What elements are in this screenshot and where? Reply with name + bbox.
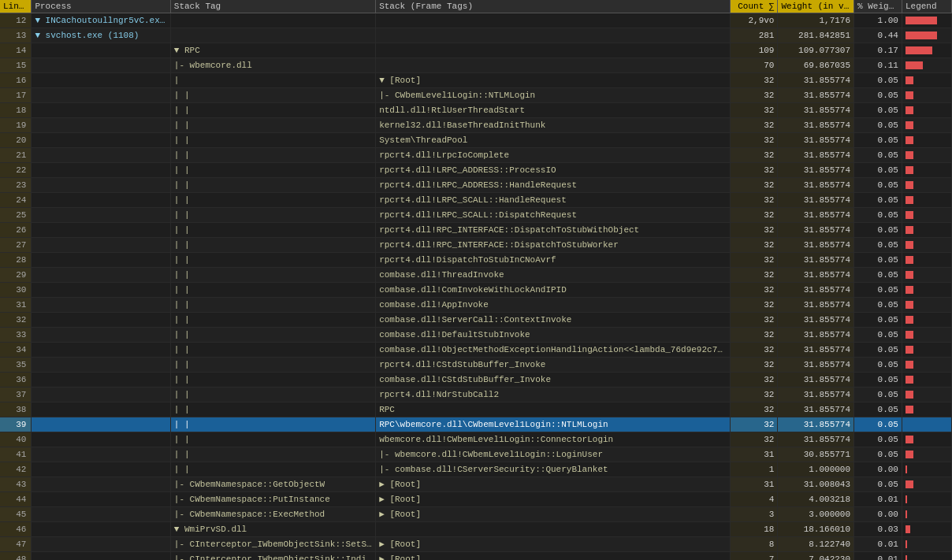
col-header-process[interactable]: Process (32, 0, 170, 13)
cell-frame-tags: ▶ [Root] (376, 507, 730, 522)
cell-weight: 69.867035 (778, 58, 854, 73)
cell-weight: 31.855774 (778, 432, 854, 447)
table-row[interactable]: 45 |- CWbemNamespace::ExecMethod▶ [Root]… (0, 507, 952, 522)
cell-stack-tag: | | (170, 298, 375, 313)
cell-line: 26 (0, 223, 32, 238)
cell-pct-weight: 0.05 (854, 388, 902, 402)
table-row[interactable]: 35 | | rpcrt4.dll!CStdStubBuffer_Invoke3… (0, 358, 952, 373)
table-row[interactable]: 38 | | RPC3231.8557740.05 (0, 402, 952, 417)
table-row[interactable]: 46▼ WmiPrvSD.dll1818.1660100.03 (0, 522, 952, 537)
cell-legend (902, 28, 951, 43)
table-row[interactable]: 18 | | ntdll.dll!RtlUserThreadStart3231.… (0, 103, 952, 118)
table-row[interactable]: 37 | | rpcrt4.dll!NdrStubCall23231.85577… (0, 388, 952, 402)
table-row[interactable]: 41 | | |- wbemcore.dll!CWbemLevel1Login:… (0, 447, 952, 462)
cell-pct-weight: 0.05 (854, 253, 902, 268)
cell-weight: 31.855774 (778, 268, 854, 283)
col-header-legend[interactable]: Legend (902, 0, 951, 13)
cell-frame-tags: rpcrt4.dll!RPC_INTERFACE::DispatchToStub… (376, 223, 730, 238)
cell-weight: 31.855774 (778, 343, 854, 358)
cell-count: 2,9vo (730, 13, 778, 28)
cell-legend (902, 537, 951, 552)
col-header-stack-tag[interactable]: Stack Tag (170, 0, 375, 13)
col-header-count[interactable]: Count ∑ (730, 0, 778, 13)
cell-process (32, 148, 170, 163)
cell-line: 39 (0, 417, 32, 432)
table-row[interactable]: 43 |- CWbemNamespace::GetObjectW▶ [Root]… (0, 477, 952, 492)
table-row[interactable]: 32 | | combase.dll!ServerCall::ContextIn… (0, 313, 952, 328)
cell-count: 1 (730, 462, 778, 477)
cell-process (32, 447, 170, 462)
cell-legend (902, 298, 951, 313)
table-row[interactable]: 33 | | combase.dll!DefaultStubInvoke3231… (0, 328, 952, 343)
table-row[interactable]: 14▼ RPC109109.0773070.17 (0, 43, 952, 58)
cell-pct-weight: 0.05 (854, 432, 902, 447)
table-row[interactable]: 48 |- CInterceptor_IWbemObjectSink::Indi… (0, 552, 952, 561)
cell-stack-tag: | | (170, 462, 375, 477)
cell-pct-weight: 1.00 (854, 13, 902, 28)
cell-process (32, 462, 170, 477)
cell-process (32, 43, 170, 58)
table-row[interactable]: 12▼ INCachoutoullngr5vC.exe (224)2,9vo1,… (0, 13, 952, 28)
table-row[interactable]: 21 | | rpcrt4.dll!LrpcIoComplete3231.855… (0, 148, 952, 163)
cell-count: 32 (730, 163, 778, 178)
col-header-frame-tags[interactable]: Stack (Frame Tags) (376, 0, 730, 13)
table-row[interactable]: 42 | | |- combase.dll!CServerSecurity::Q… (0, 462, 952, 477)
table-row[interactable]: 16 |▼ [Root]3231.8557740.05 (0, 73, 952, 88)
legend-bar (906, 436, 913, 443)
cell-stack-tag: ▼ RPC (170, 43, 375, 58)
cell-weight: 30.855771 (778, 447, 854, 462)
cell-process (32, 388, 170, 402)
cell-process (32, 343, 170, 358)
table-row[interactable]: 23 | | rpcrt4.dll!LRPC_ADDRESS::HandleRe… (0, 178, 952, 193)
table-row[interactable]: 30 | | combase.dll!ComInvokeWithLockAndI… (0, 283, 952, 298)
cell-pct-weight: 0.05 (854, 163, 902, 178)
table-row[interactable]: 27 | | rpcrt4.dll!RPC_INTERFACE::Dispatc… (0, 238, 952, 253)
cell-legend (902, 328, 951, 343)
col-header-pct-weight[interactable]: % Weight ∑ (854, 0, 902, 13)
table-scroll-body[interactable]: 12▼ INCachoutoullngr5vC.exe (224)2,9vo1,… (0, 13, 952, 560)
cell-process (32, 208, 170, 223)
col-header-line[interactable]: Line # (0, 0, 32, 13)
cell-frame-tags: combase.dll!ObjectMethodExceptionHandlin… (376, 343, 730, 358)
table-row[interactable]: 31 | | combase.dll!AppInvoke3231.8557740… (0, 298, 952, 313)
cell-weight: 31.855774 (778, 328, 854, 343)
table-row[interactable]: 34 | | combase.dll!ObjectMethodException… (0, 343, 952, 358)
cell-stack-tag (170, 13, 375, 28)
cell-frame-tags: rpcrt4.dll!LRPC_ADDRESS::ProcessIO (376, 163, 730, 178)
table-row[interactable]: 15 |- wbemcore.dll7069.8670350.11 (0, 58, 952, 73)
cell-line: 25 (0, 208, 32, 223)
legend-bar (906, 346, 913, 354)
table-row[interactable]: 13▼ svchost.exe (1108)281281.8428510.44 (0, 28, 952, 43)
table-row[interactable]: 20 | | System\ThreadPool3231.8557740.05 (0, 133, 952, 148)
table-row[interactable]: 24 | | rpcrt4.dll!LRPC_SCALL::HandleRequ… (0, 193, 952, 208)
table-row[interactable]: 17 | | |- CWbemLevel1Login::NTLMLogin323… (0, 88, 952, 103)
table-row[interactable]: 44 |- CWbemNamespace::PutInstance▶ [Root… (0, 492, 952, 507)
cell-legend (902, 148, 951, 163)
table-row[interactable]: 25 | | rpcrt4.dll!LRPC_SCALL::DispatchRe… (0, 208, 952, 223)
table-row[interactable]: 26 | | rpcrt4.dll!RPC_INTERFACE::Dispatc… (0, 223, 952, 238)
cell-weight: 31.855774 (778, 163, 854, 178)
cell-legend (902, 58, 951, 73)
cell-count: 32 (730, 73, 778, 88)
legend-bar (906, 540, 907, 548)
cell-weight: 7.042230 (778, 552, 854, 561)
cell-count: 281 (730, 28, 778, 43)
cell-count: 3 (730, 507, 778, 522)
cell-legend (902, 552, 951, 561)
table-row[interactable]: 40 | | wbemcore.dll!CWbemLevel1Login::Co… (0, 432, 952, 447)
cell-pct-weight: 0.05 (854, 223, 902, 238)
table-row[interactable]: 19 | | kernel32.dll!BaseThreadInitThunk3… (0, 118, 952, 133)
cell-pct-weight: 0.01 (854, 492, 902, 507)
table-row[interactable]: 29 | | combase.dll!ThreadInvoke3231.8557… (0, 268, 952, 283)
table-row[interactable]: 22 | | rpcrt4.dll!LRPC_ADDRESS::ProcessI… (0, 163, 952, 178)
table-row[interactable]: 47 |- CInterceptor_IWbemObjectSink::SetS… (0, 537, 952, 552)
table-row[interactable]: 28 | | rpcrt4.dll!DispatchToStubInCNoAvr… (0, 253, 952, 268)
cell-pct-weight: 0.05 (854, 313, 902, 328)
col-header-weight[interactable]: Weight (in view... ∑ (778, 0, 854, 13)
cell-pct-weight: 0.05 (854, 298, 902, 313)
table-row[interactable]: 36 | | combase.dll!CStdStubBuffer_Invoke… (0, 373, 952, 388)
legend-bar (906, 451, 913, 458)
cell-process (32, 492, 170, 507)
table-row[interactable]: 39 | |RPC\wbemcore.dll\CWbemLevel1Login:… (0, 417, 952, 432)
cell-process (32, 118, 170, 133)
